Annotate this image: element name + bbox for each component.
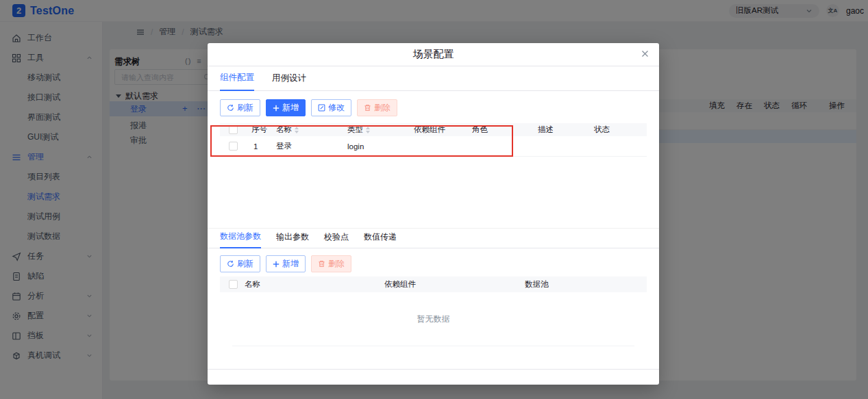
trash-icon: [364, 104, 371, 112]
modal-footer: [208, 369, 659, 385]
component-toolbar: 刷新 新增 修改 删除: [208, 91, 659, 116]
delete-button[interactable]: 删除: [311, 255, 351, 272]
parameter-tab-bar: 数据池参数 输出参数 校验点 数值传递: [208, 229, 659, 248]
parameter-section: 数据池参数 输出参数 校验点 数值传递 刷新 新增: [208, 228, 659, 346]
cell-name: 登录: [276, 141, 347, 151]
close-icon[interactable]: [641, 50, 649, 57]
plus-icon: [273, 261, 280, 268]
parameter-table-header: 名称 依赖组件 数据池: [220, 276, 647, 292]
row-checkbox[interactable]: [229, 142, 238, 151]
edit-icon: [318, 104, 325, 112]
column-datapool: 数据池: [525, 279, 647, 289]
column-status: 状态: [594, 125, 647, 135]
cell-type: login: [347, 142, 414, 151]
refresh-button[interactable]: 刷新: [220, 99, 260, 116]
tab-case-design[interactable]: 用例设计: [272, 73, 306, 90]
column-role: 角色: [472, 125, 538, 135]
empty-state-text: 暂无数据: [220, 292, 647, 346]
component-table-row[interactable]: 1 登录 login: [220, 136, 647, 157]
modal-header: 场景配置: [208, 43, 659, 66]
component-table-header: 序号 名称 类型 依赖组件 角色 描述 状态: [220, 123, 647, 136]
tab-component-config[interactable]: 组件配置: [220, 72, 254, 91]
refresh-button[interactable]: 刷新: [220, 255, 260, 272]
sort-icon[interactable]: [295, 125, 299, 136]
scene-config-modal: 场景配置 组件配置 用例设计 刷新 新增: [208, 43, 659, 385]
cell-seq: 1: [245, 142, 276, 151]
tab-datapool-params[interactable]: 数据池参数: [220, 231, 261, 248]
plus-icon: [273, 105, 280, 112]
app-root: 2 TestOne 旧版AR测试 文A gaoc 工作台 工具: [0, 0, 868, 399]
refresh-icon: [227, 104, 234, 112]
select-all-checkbox[interactable]: [229, 125, 238, 134]
column-description: 描述: [538, 125, 594, 135]
tab-check-points[interactable]: 校验点: [324, 231, 349, 248]
tab-value-transfer[interactable]: 数值传递: [364, 231, 397, 248]
column-seq: 序号: [245, 125, 276, 135]
table-bottom-divider: [232, 346, 634, 346]
column-dependency: 依赖组件: [384, 279, 525, 289]
parameter-table: 名称 依赖组件 数据池 暂无数据: [220, 276, 647, 346]
edit-button[interactable]: 修改: [311, 99, 351, 116]
add-button[interactable]: 新增: [266, 255, 306, 272]
modal-title: 场景配置: [413, 48, 454, 61]
add-button[interactable]: 新增: [266, 99, 306, 116]
column-name: 名称: [245, 279, 384, 289]
column-name[interactable]: 名称: [276, 125, 347, 136]
column-dependency: 依赖组件: [414, 125, 472, 135]
column-type[interactable]: 类型: [347, 125, 414, 136]
modal-tab-bar: 组件配置 用例设计: [208, 66, 659, 91]
component-table: 序号 名称 类型 依赖组件 角色 描述 状态 1 登录 login: [220, 123, 647, 157]
trash-icon: [318, 260, 325, 268]
sort-icon[interactable]: [366, 125, 370, 136]
parameter-toolbar: 刷新 新增 删除: [208, 248, 659, 272]
refresh-icon: [227, 260, 234, 268]
tab-output-params[interactable]: 输出参数: [276, 231, 309, 248]
select-all-checkbox[interactable]: [229, 280, 238, 289]
delete-button[interactable]: 删除: [357, 99, 397, 116]
